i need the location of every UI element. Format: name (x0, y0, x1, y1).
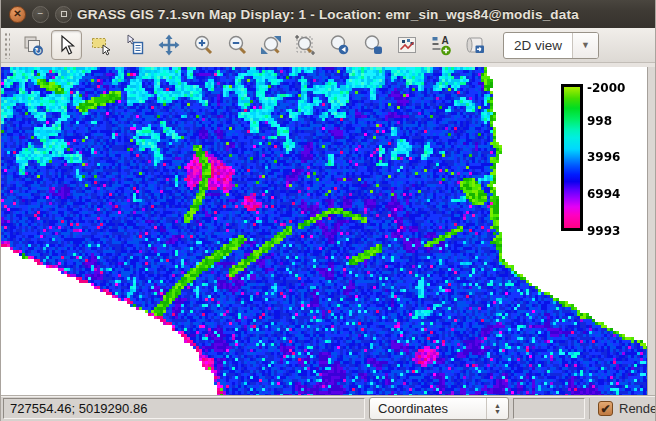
pointer-button[interactable] (51, 30, 82, 60)
add-map-elements-button[interactable]: A (425, 30, 456, 60)
maximize-button[interactable] (55, 6, 72, 23)
svg-text:A: A (441, 35, 448, 46)
map-display-area: -2000 998 3996 6994 9993 (1, 67, 655, 395)
save-display-button[interactable] (459, 30, 490, 60)
render-checkbox[interactable]: ✔ (598, 401, 613, 416)
zoom-extent-button[interactable] (255, 30, 286, 60)
minimize-button[interactable]: − (32, 6, 49, 23)
query-icon (124, 34, 146, 56)
legend-label: 998 (587, 114, 612, 128)
render-map-icon: ↻ (22, 34, 44, 56)
render-map-button[interactable]: ↻ (17, 30, 48, 60)
pan-button[interactable] (153, 30, 184, 60)
svg-text:↻: ↻ (34, 46, 42, 56)
statusbar-mode-value: Coordinates (370, 401, 486, 416)
zoom-options-icon (362, 34, 384, 56)
analyze-map-icon (396, 34, 418, 56)
zoom-back-icon (328, 34, 350, 56)
grass-map-display-window: GRASS GIS 7.1.svn Map Display: 1 - Locat… (0, 0, 656, 421)
raster-legend[interactable]: -2000 998 3996 6994 9993 (561, 84, 627, 231)
add-map-elements-icon: A (430, 34, 452, 56)
map-toolbar: ↻ (1, 28, 655, 63)
titlebar[interactable]: GRASS GIS 7.1.svn Map Display: 1 - Locat… (1, 0, 655, 28)
view-mode-select[interactable]: 2D view ▼ (503, 32, 599, 59)
coordinates-display: 727554.46; 5019290.86 (3, 398, 365, 419)
query-button[interactable] (119, 30, 150, 60)
map-raster[interactable] (1, 67, 649, 395)
legend-colorbar (561, 84, 583, 231)
maximize-icon (61, 11, 67, 17)
analyze-map-button[interactable] (391, 30, 422, 60)
legend-label: 9993 (587, 224, 620, 238)
pan-icon (158, 34, 180, 56)
zoom-options-button[interactable] (357, 30, 388, 60)
close-icon: ✕ (13, 9, 21, 19)
zoom-in-icon (192, 34, 214, 56)
progress-panel (513, 398, 585, 419)
select-region-icon (90, 34, 112, 56)
zoom-back-button[interactable] (323, 30, 354, 60)
map-right-edge (647, 67, 655, 395)
zoom-out-icon (226, 34, 248, 56)
legend-label: -2000 (587, 81, 625, 95)
zoom-region-icon (294, 34, 316, 56)
zoom-in-button[interactable] (187, 30, 218, 60)
statusbar-mode-select[interactable]: Coordinates ▲▼ (369, 397, 509, 420)
chevron-down-icon[interactable]: ▼ (572, 33, 598, 58)
save-display-icon (464, 34, 486, 56)
window-title: GRASS GIS 7.1.svn Map Display: 1 - Locat… (1, 7, 655, 22)
view-mode-value: 2D view (504, 38, 572, 53)
legend-labels: -2000 998 3996 6994 9993 (587, 84, 627, 231)
zoom-region-button[interactable] (289, 30, 320, 60)
statusbar: 727554.46; 5019290.86 Coordinates ▲▼ ✔ R… (1, 395, 655, 421)
minimize-icon: − (38, 9, 44, 19)
select-region-button[interactable] (85, 30, 116, 60)
check-icon: ✔ (600, 403, 610, 415)
render-option: ✔ Render (589, 398, 655, 419)
close-button[interactable]: ✕ (9, 6, 26, 23)
render-checkbox-label: Render (619, 401, 655, 416)
legend-label: 6994 (587, 187, 620, 201)
zoom-out-button[interactable] (221, 30, 252, 60)
zoom-extent-icon (260, 34, 282, 56)
legend-label: 3996 (587, 150, 620, 164)
pointer-icon (56, 34, 78, 56)
spinner-arrows-icon[interactable]: ▲▼ (486, 398, 508, 419)
toolbar-grip[interactable] (3, 31, 10, 59)
